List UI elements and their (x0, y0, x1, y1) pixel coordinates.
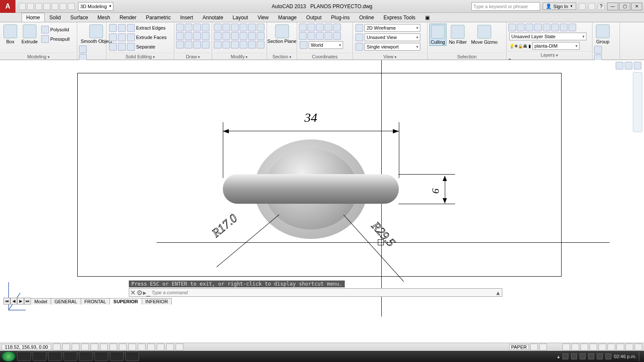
status-icon[interactable] (589, 344, 597, 350)
layer-icon[interactable] (517, 24, 525, 31)
layout-tab-frontal[interactable]: FRONTAL (81, 298, 110, 305)
group-icon2[interactable] (594, 46, 602, 54)
modify-icon[interactable] (240, 24, 247, 31)
close-button[interactable]: ✕ (631, 3, 642, 10)
tray-network-icon[interactable] (588, 353, 594, 359)
modify-icon[interactable] (222, 32, 230, 40)
am-toggle[interactable] (176, 344, 183, 350)
modify-icon[interactable] (240, 41, 247, 48)
panel-solidediting-title[interactable]: Solid Editing (125, 54, 155, 59)
modify-icon[interactable] (231, 41, 239, 48)
dyn-toggle[interactable] (128, 344, 136, 350)
tab-mesh[interactable]: Mesh (93, 13, 115, 22)
layer-icon[interactable] (526, 24, 533, 31)
section-plane-button[interactable]: Section Plane (269, 24, 295, 45)
qat-undo-icon[interactable] (60, 3, 67, 10)
ucs-icon[interactable] (299, 24, 307, 31)
navigation-bar[interactable] (633, 72, 642, 132)
qat-open-icon[interactable] (27, 3, 34, 10)
tab-layout[interactable]: Layout (228, 13, 253, 22)
taskbar-app[interactable] (110, 352, 124, 361)
polysolid-button[interactable]: Polysolid (40, 25, 70, 34)
taskbar-app[interactable] (64, 352, 77, 361)
coordinates-readout[interactable]: 118.52, 156.93, 0.00 (2, 344, 51, 350)
polar-toggle[interactable] (81, 344, 89, 350)
modify-icon[interactable] (257, 41, 264, 48)
tab-manage[interactable]: Manage (273, 13, 301, 22)
space-toggle[interactable]: PAPER (509, 344, 529, 350)
ucs-icon[interactable] (299, 32, 307, 40)
draw-icon[interactable] (176, 32, 184, 40)
modify-icon[interactable] (231, 32, 239, 40)
taskbar-app[interactable] (79, 352, 93, 361)
panel-draw-title[interactable]: Draw (186, 54, 200, 59)
taskbar-app[interactable] (17, 352, 31, 361)
tray-battery-icon[interactable] (597, 353, 603, 359)
ucs-icon[interactable] (316, 32, 324, 40)
workspace-selector[interactable]: 3D Modeling (78, 2, 113, 11)
layout-next-icon[interactable]: ▶ (17, 298, 24, 305)
box-button[interactable]: Box (2, 24, 19, 45)
taskbar-app[interactable] (125, 352, 139, 361)
layout-tab-superior[interactable]: SUPERIOR (109, 298, 142, 305)
layout-tab-inferior[interactable]: INFERIOR (142, 298, 172, 305)
draw-icon[interactable] (202, 41, 210, 48)
3dosnap-toggle[interactable] (100, 344, 108, 350)
tab-annotate[interactable]: Annotate (198, 13, 228, 22)
tab-view[interactable]: View (253, 13, 273, 22)
tray-sync-icon[interactable] (571, 353, 577, 359)
modify-icon[interactable] (231, 24, 239, 31)
ucs-icon[interactable] (333, 24, 341, 31)
group-button[interactable]: Group (594, 24, 611, 45)
qat-save-icon[interactable] (35, 3, 42, 10)
qat-plot-icon[interactable] (52, 3, 58, 10)
draw-icon[interactable] (193, 32, 201, 40)
tab-parametric[interactable]: Parametric (141, 13, 176, 22)
modify-icon[interactable] (248, 41, 256, 48)
maximize-button[interactable]: ▢ (619, 3, 630, 10)
movegizmo-button[interactable]: Move Gizmo (469, 24, 499, 45)
cmd-options-icon[interactable]: ⚙ (136, 289, 143, 297)
tray-arrow-icon[interactable]: ▴ (557, 354, 560, 359)
status-icon[interactable] (617, 344, 624, 350)
draw-icon[interactable] (185, 41, 192, 48)
presspull-button[interactable]: Presspull (40, 35, 70, 43)
modify-icon[interactable] (214, 41, 222, 48)
layer-icon[interactable] (534, 24, 542, 31)
sc-toggle[interactable] (166, 344, 174, 350)
extract-edges-button[interactable]: Extract Edges (108, 24, 172, 32)
ucs-icon[interactable] (316, 24, 324, 31)
modify-icon[interactable] (214, 32, 222, 40)
cleanscreen-icon[interactable] (635, 344, 642, 350)
ducs-toggle[interactable] (119, 344, 127, 350)
tab-home[interactable]: Home (21, 13, 45, 22)
qat-new-icon[interactable] (19, 3, 26, 10)
layout-last-icon[interactable]: ⏭ (24, 298, 31, 305)
exchange-icon[interactable] (579, 3, 586, 10)
draw-icon[interactable] (202, 32, 210, 40)
tpy-toggle[interactable] (147, 344, 155, 350)
grid-toggle[interactable] (62, 344, 70, 350)
panel-layers-title[interactable]: Layers (541, 52, 558, 57)
namedview-select[interactable]: Unsaved View (355, 33, 425, 42)
draw-icon[interactable] (176, 24, 184, 31)
command-input[interactable] (150, 290, 494, 295)
modify-icon[interactable] (248, 32, 256, 40)
vp-max-icon[interactable] (625, 62, 632, 69)
nofilter-button[interactable]: No Filter (447, 24, 469, 45)
qat-redo-icon[interactable] (68, 3, 75, 10)
tab-expresstools[interactable]: Express Tools (379, 13, 420, 22)
app-menu-icon[interactable]: A (0, 0, 15, 13)
tab-featured[interactable]: ▣ (420, 13, 431, 22)
show-desktop[interactable] (639, 352, 642, 361)
cmd-history-icon[interactable]: ▴ (494, 289, 502, 297)
otrack-toggle[interactable] (109, 344, 117, 350)
ucs-world-select[interactable]: World (299, 41, 351, 49)
modify-icon[interactable] (222, 41, 230, 48)
osnap-toggle[interactable] (91, 344, 98, 350)
layerstate-select[interactable]: Unsaved Layer State (508, 32, 590, 41)
separate-button[interactable]: Separate (108, 42, 172, 51)
draw-icon[interactable] (193, 24, 201, 31)
layout-first-icon[interactable]: ⏮ (3, 298, 10, 305)
clock[interactable]: 02:46 p.m. (614, 354, 636, 359)
